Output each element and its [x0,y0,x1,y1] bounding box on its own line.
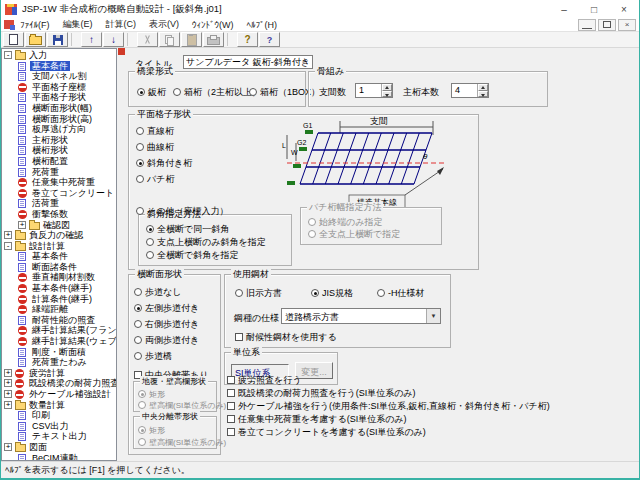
help-button[interactable]: ? [237,32,258,47]
option-checkbox[interactable]: 外ケーブル補強を行う(使用条件:SI単位系,鈑桁,直線桁・斜角付き桁・バチ桁) [227,401,550,411]
tree-item[interactable]: 横断面形状(幅) [2,103,116,114]
mdi-close-button[interactable]: × [618,19,636,31]
radio-option[interactable]: -H仕様材 [377,288,425,298]
radio-option[interactable]: 両側歩道付き [134,335,199,345]
tree-item[interactable]: 横桁形状 [2,145,116,156]
radio-option[interactable]: 全横断で同一斜角 [146,224,229,234]
collapse-minus-icon[interactable]: - [4,51,12,59]
radio-option[interactable]: 斜角付き桁 [136,158,192,168]
tree-item[interactable]: 支間パネル割 [2,71,116,82]
tree-item[interactable]: 継手計算結果(フランジ) [2,325,116,336]
radio-option[interactable]: 歩道橋 [134,351,172,361]
option-checkbox[interactable]: 巻立てコンクリートを考慮する(SI単位系のみ) [227,427,426,437]
tree-item[interactable]: -入力 [2,50,116,61]
save-button[interactable] [47,32,68,47]
tree-item[interactable]: 活荷重 [2,198,116,209]
tree-item[interactable]: 任意集中死荷重 [2,177,116,188]
tree-item[interactable]: 基本条件 [2,61,116,72]
menu-item-3[interactable]: 表示(V) [149,18,179,31]
tree-item[interactable]: CSV出力 [2,421,116,432]
menu-item-1[interactable]: 編集(E) [63,18,93,31]
minimize-button[interactable]: – [549,0,579,18]
menu-item-5[interactable]: ﾍﾙﾌﾟ(H) [247,20,278,30]
spin-down-icon[interactable] [382,91,392,98]
radio-option[interactable]: 曲線桁 [136,142,174,152]
girder-count-stepper[interactable]: 4 [451,83,489,98]
tree-item[interactable]: -設計計算 [2,241,116,252]
tree-item[interactable]: テキスト出力 [2,431,116,442]
title-input[interactable] [183,55,313,69]
radio-option[interactable]: 旧示方書 [235,288,282,298]
tree-item[interactable]: 耐荷性能の照査 [2,315,116,326]
option-checkbox[interactable]: 任意集中死荷重を考慮する(SI単位系のみ) [227,414,407,424]
chevron-down-icon[interactable]: ▼ [426,309,440,323]
expand-plus-icon[interactable]: + [4,390,12,398]
tree-item[interactable]: 平面格子形状 [2,92,116,103]
tree-item[interactable]: 死荷重 [2,167,116,178]
tree-item[interactable]: 横断面形状(高) [2,114,116,125]
expand-plus-icon[interactable]: + [4,379,12,387]
expand-plus-icon[interactable]: + [18,221,26,229]
tree-item[interactable]: +疲労計算 [2,368,116,379]
tree-item[interactable]: BeCIM連動 [2,453,116,461]
close-button[interactable]: × [609,0,639,18]
tree-panel[interactable]: -入力基本条件支間パネル割平面格子座標平面格子形状横断面形状(幅)横断面形状(高… [1,48,117,461]
option-checkbox[interactable]: 既設橋梁の耐荷力照査を行う(SI単位系のみ) [227,388,416,398]
mdi-restore-button[interactable] [598,19,616,31]
tree-item[interactable]: 剛度・断面積 [2,347,116,358]
tree-item[interactable]: 基本条件(継手) [2,283,116,294]
steel-grade-dropdown[interactable]: 道路橋示方書 ▼ [281,308,441,324]
tree-item[interactable]: +図面 [2,442,116,453]
expand-plus-icon[interactable]: + [4,443,12,451]
open-button[interactable] [25,32,46,47]
radio-option[interactable]: 左側歩道付き [134,303,199,313]
spin-down-icon[interactable] [478,91,488,98]
tree-item[interactable]: +負反力の確認 [2,230,116,241]
radio-option[interactable]: 支点上横断のみ斜角を指定 [146,237,266,247]
option-checkbox[interactable]: 疲労照査を行う [227,375,301,385]
tree-item[interactable]: +確認図 [2,220,116,231]
radio-option[interactable]: 右側歩道付き [134,319,199,329]
maximize-button[interactable]: □ [579,0,609,18]
move-down-button[interactable]: ↓ [103,32,124,47]
tree-item[interactable]: 断面諸条件 [2,262,116,273]
new-button[interactable] [3,32,24,47]
expand-plus-icon[interactable]: + [4,231,12,239]
tree-item[interactable]: +外ケーブル補強設計 [2,389,116,400]
tree-item[interactable]: 板厚逃げ方向 [2,124,116,135]
radio-option[interactable]: 直線桁 [136,126,174,136]
tree-item[interactable]: +数量計算 [2,400,116,411]
tree-item[interactable]: 平面格子座標 [2,82,116,93]
menu-item-0[interactable]: ﾌｧｲﾙ(F) [20,20,50,30]
weathering-steel-checkbox[interactable]: 耐候性鋼材を使用する [235,332,337,342]
tree-item[interactable]: 垂直補剛材割数 [2,272,116,283]
menu-item-2[interactable]: 計算(C) [106,18,137,31]
collapse-minus-icon[interactable]: - [4,242,12,250]
tree-item[interactable]: 横桁配置 [2,156,116,167]
radio-option[interactable]: バチ桁 [136,174,174,184]
radio-option[interactable]: その他（座標入力） [136,206,228,216]
radio-option[interactable]: 箱桁（2主桁以上） [173,87,261,97]
tree-item[interactable]: 縁端距離 [2,304,116,315]
tree-item[interactable]: 計算条件(継手) [2,294,116,305]
tree-item[interactable]: +既設橋梁の耐荷力照査 [2,378,116,389]
radio-option[interactable]: 鈑桁 [137,87,166,97]
tree-item[interactable]: 印刷 [2,410,116,421]
radio-option[interactable]: JIS規格 [311,288,353,298]
title-bar[interactable]: JSP-1W 非合成桁の概略自動設計 - [鈑斜角.j01] – □ × [1,0,639,18]
tree-item[interactable]: 巻立てコンクリート [2,188,116,199]
tree-item[interactable]: 継手計算結果(ウェブ) [2,336,116,347]
tree-item[interactable]: 基本条件 [2,251,116,262]
splitter[interactable] [117,48,127,461]
expand-plus-icon[interactable]: + [4,369,12,377]
radio-option[interactable]: 全横断で斜角を指定 [146,250,238,260]
mdi-minimize-button[interactable] [578,19,596,31]
radio-option[interactable]: 歩道なし [134,287,181,297]
tree-item[interactable]: 主桁形状 [2,135,116,146]
tree-item[interactable]: 死荷重たわみ [2,357,116,368]
tree-item[interactable]: 衝撃係数 [2,209,116,220]
menu-item-4[interactable]: ｳｨﾝﾄﾞｳ(W) [192,20,234,30]
context-help-button[interactable]: ? [259,32,280,47]
expand-plus-icon[interactable]: + [4,401,12,409]
span-count-stepper[interactable]: 1 [355,83,393,98]
